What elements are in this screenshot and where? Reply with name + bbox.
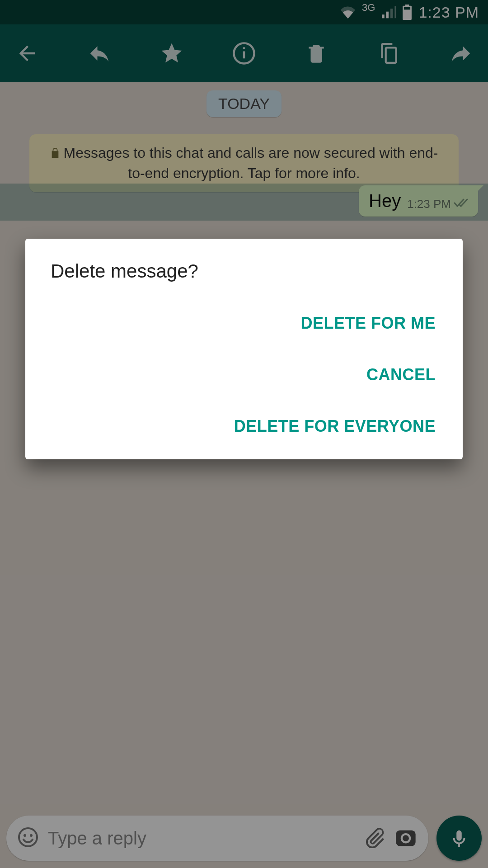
cancel-button[interactable]: CANCEL [365, 360, 437, 390]
delete-message-dialog: Delete message? DELETE FOR ME CANCEL DEL… [25, 239, 463, 459]
delete-for-everyone-button[interactable]: DELETE FOR EVERYONE [232, 411, 437, 441]
dialog-title: Delete message? [51, 260, 437, 282]
screen: 3G 1:23 PM TODAY [0, 0, 488, 868]
delete-for-me-button[interactable]: DELETE FOR ME [299, 308, 437, 338]
dialog-actions: DELETE FOR ME CANCEL DELETE FOR EVERYONE [51, 304, 437, 441]
